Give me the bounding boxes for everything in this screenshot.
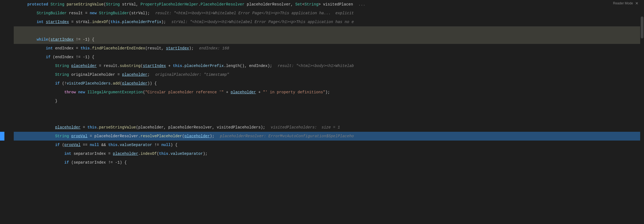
field-placeholder6: placeholder — [184, 134, 210, 138]
line-content: if (endIndex != -1) { — [14, 53, 644, 61]
line-number — [0, 61, 14, 70]
code-text4: != — [152, 143, 161, 147]
code-text2: (placeholder, placeholderResolver, visit… — [136, 125, 265, 130]
field-propval2: propVal — [64, 143, 81, 147]
code-text: = — [81, 125, 87, 130]
keyword-this6: this — [159, 152, 168, 156]
code-paren: ( — [140, 64, 143, 68]
line-number — [0, 18, 14, 26]
code-paren2: ( — [157, 152, 159, 156]
code-close: ); — [189, 46, 194, 51]
keyword-this2: this — [81, 46, 90, 51]
code-text: = placeholderResolver. — [87, 134, 140, 138]
keyword-this4: this — [87, 125, 97, 130]
keyword-new2: new — [78, 90, 85, 94]
code-paren3: ( — [143, 90, 145, 94]
code-dot7: . — [168, 152, 170, 156]
keyword-protected: protected — [27, 2, 48, 7]
scrollbar-track[interactable] — [640, 0, 644, 224]
code-indent — [18, 125, 55, 130]
line-number — [0, 141, 14, 149]
code-text: (endIndex != -1) { — [51, 55, 95, 59]
code-close2: ); — [203, 152, 208, 156]
line-content: int separatorIndex = placeholder.indexOf… — [14, 149, 644, 158]
code-space — [69, 64, 71, 68]
code-gt: > visitedPlacen — [318, 2, 353, 7]
code-area: Reader Mode ✕ protected String parseStri… — [0, 0, 644, 224]
code-close: ); — [161, 20, 166, 24]
code-dot3: . — [110, 81, 113, 86]
line-number — [0, 123, 14, 132]
line-content — [14, 105, 644, 114]
code-line-empty — [0, 26, 644, 35]
type-str5: String — [55, 72, 69, 77]
keyword-if3: if — [55, 143, 60, 147]
field-placeholder5: placeholder — [55, 125, 80, 130]
method-indexof: indexOf — [92, 20, 108, 24]
field-vs: valueSeparator — [120, 143, 152, 147]
code-line: while(startIndex != -1) { — [0, 35, 644, 44]
field-pp: placeholderPrefix — [122, 20, 161, 24]
code-text3: placeholderResolver, — [244, 2, 295, 7]
code-dot2: . — [182, 64, 184, 68]
keyword-null: null — [90, 143, 99, 147]
line-number — [0, 97, 14, 105]
hint-resolver: placeholderResolver: ErrorMvcAutoConfigu… — [220, 134, 354, 138]
keyword-int3: int — [64, 152, 71, 156]
hint-ellipsis: ... — [358, 2, 365, 7]
line-number — [0, 26, 14, 35]
code-close3: ); — [325, 90, 330, 94]
code-text2: strVal, — [120, 2, 141, 7]
line-content: if (!visitedPlaceholders.add(placeholder… — [14, 79, 644, 88]
code-indent — [18, 46, 46, 51]
line-content: if (propVal == null && this.valueSeparat… — [14, 141, 644, 149]
line-content: if (separatorIndex != -1) { — [14, 158, 644, 167]
code-text: originalPlaceholder = — [69, 72, 122, 77]
line-number — [0, 53, 14, 61]
code-text5: ) { — [171, 143, 178, 147]
code-indent — [18, 160, 64, 165]
line-number — [0, 114, 14, 123]
code-dot: . — [120, 20, 122, 24]
code-line: placeholder = this.parseStringValue(plac… — [0, 123, 644, 132]
field-placeholder3: placeholder — [122, 81, 147, 86]
keyword-this: this — [110, 20, 120, 24]
code-paren2: ( — [120, 81, 122, 86]
code-line: if (!visitedPlaceholders.add(placeholder… — [0, 79, 644, 88]
code-paren: ( — [48, 37, 50, 42]
string-circular: "Circular placeholder reference '" — [145, 90, 224, 94]
code-text2: + — [166, 64, 173, 68]
line-content: StringBuilder result = new StringBuilder… — [14, 9, 644, 18]
method-indexof2: indexOf — [140, 152, 157, 156]
code-indent — [18, 99, 55, 103]
code-line: String originalPlaceholder = placeholder… — [0, 70, 644, 79]
line-content — [14, 114, 644, 123]
code-text: (separatorIndex != -1) { — [69, 160, 127, 165]
line-content: int startIndex = strVal.indexOf(this.pla… — [14, 18, 644, 26]
keyword-int: int — [37, 20, 43, 24]
code-line: } — [0, 97, 644, 105]
type-set: Set — [295, 2, 302, 7]
line-number — [0, 9, 14, 18]
line-content: placeholder = this.parseStringValue(plac… — [14, 123, 644, 132]
code-text3: .length(), endIndex); — [224, 64, 272, 68]
code-indent — [18, 143, 55, 147]
method-rp: resolvePlaceholder — [140, 134, 182, 138]
code-dot6: . — [138, 152, 140, 156]
code-space — [48, 2, 50, 7]
code-line-empty — [0, 114, 644, 123]
code-line-selected: String propVal = placeholderResolver.res… — [0, 132, 644, 141]
code-line: if (separatorIndex != -1) { — [0, 158, 644, 167]
code-text3: && — [99, 143, 108, 147]
code-dot: . — [90, 46, 92, 51]
field-si4: startIndex — [143, 64, 166, 68]
code-plus2: + — [256, 90, 263, 94]
keyword-if4: if — [64, 160, 69, 165]
keyword-this5: this — [108, 143, 118, 147]
field-pp2: placeholderPrefix — [184, 64, 224, 68]
line-content: protected String parseStringValue(String… — [14, 0, 644, 9]
keyword-if: if — [46, 55, 51, 59]
line-content: String placeholder = result.substring(st… — [14, 61, 644, 70]
field-vp: visitedPlaceholders — [67, 81, 110, 86]
scrollbar-thumb[interactable] — [641, 16, 643, 38]
